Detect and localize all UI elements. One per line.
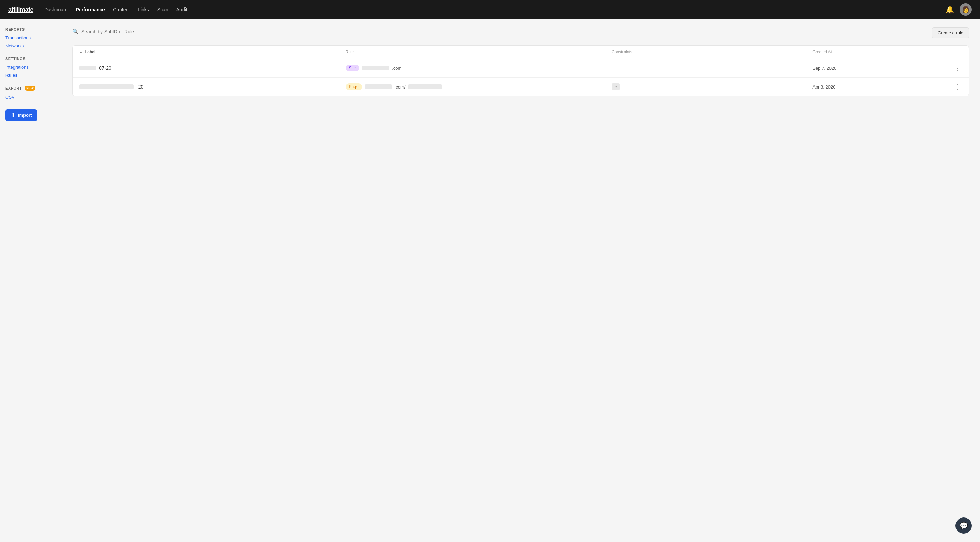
rule-cell-1: Site .com (345, 65, 606, 72)
label-skeleton-2 (80, 84, 134, 89)
sidebar-item-networks[interactable]: Networks (5, 42, 56, 50)
table-row: -20 Page .com/ a Apr 3, 2020 ⋮ (73, 78, 969, 96)
date-cell-1: Sep 7, 2020 (813, 66, 943, 71)
rule-type-badge-1: Site (345, 65, 360, 72)
notifications-icon[interactable]: 🔔 (946, 5, 954, 14)
toolbar: 🔍 Create a rule (72, 27, 969, 38)
nav-performance[interactable]: Performance (76, 7, 105, 12)
new-badge: NEW (24, 86, 35, 91)
table-row: 07-20 Site .com Sep 7, 2020 ⋮ (73, 59, 969, 78)
label-text-2: -20 (137, 84, 143, 89)
col-header-rule: Rule (345, 50, 606, 54)
nav-links: Dashboard Performance Content Links Scan… (44, 7, 935, 12)
label-cell-1: 07-20 (80, 65, 340, 71)
rule-type-badge-2: Page (345, 83, 362, 90)
upload-icon: ⬆ (11, 112, 15, 118)
rule-skeleton-1 (362, 66, 389, 70)
sidebar: REPORTS Transactions Networks SETTINGS I… (0, 19, 61, 542)
label-skeleton-1 (80, 66, 96, 70)
export-label: EXPORT (5, 86, 22, 90)
date-cell-2: Apr 3, 2020 (813, 84, 943, 89)
user-avatar[interactable]: 👩 (959, 3, 972, 16)
nav-audit[interactable]: Audit (177, 7, 187, 12)
sidebar-item-integrations[interactable]: Integrations (5, 63, 56, 71)
nav-content[interactable]: Content (113, 7, 130, 12)
sidebar-item-rules[interactable]: Rules (5, 71, 56, 79)
nav-right: 🔔 👩 (946, 3, 972, 16)
sidebar-section-reports: REPORTS (5, 27, 56, 31)
rule-text-1: .com (392, 66, 401, 71)
sidebar-section-export: EXPORT NEW (5, 86, 56, 91)
sidebar-item-transactions[interactable]: Transactions (5, 34, 56, 42)
create-rule-button[interactable]: Create a rule (932, 27, 969, 38)
label-cell-2: -20 (80, 84, 340, 89)
col-label-text: Label (85, 50, 95, 54)
sidebar-section-settings: SETTINGS (5, 57, 56, 60)
constraint-icon-2: a (612, 83, 620, 90)
search-input[interactable] (81, 29, 188, 34)
rule-text-2: .com/ (395, 84, 406, 89)
sidebar-item-csv[interactable]: CSV (5, 93, 56, 101)
rule-cell-2: Page .com/ (345, 83, 606, 90)
col-header-created-at: Created At (813, 50, 943, 54)
action-cell-2: ⋮ (948, 83, 962, 91)
more-menu-button-2[interactable]: ⋮ (953, 83, 962, 91)
brand-logo[interactable]: affilimate (8, 6, 33, 13)
sort-icon: ▲ (80, 50, 83, 54)
search-icon: 🔍 (72, 29, 79, 35)
search-wrapper: 🔍 (72, 29, 188, 37)
chat-widget[interactable]: 💬 (956, 518, 972, 534)
nav-scan[interactable]: Scan (158, 7, 168, 12)
more-menu-button-1[interactable]: ⋮ (953, 64, 962, 73)
import-button-label: Import (18, 113, 32, 118)
main-content: 🔍 Create a rule ▲ Label Rule Constraints… (61, 19, 980, 542)
nav-links[interactable]: Links (138, 7, 149, 12)
col-header-actions (948, 50, 962, 54)
chat-icon: 💬 (959, 521, 968, 530)
rule-skeleton-2b (408, 84, 442, 89)
col-header-constraints: Constraints (612, 50, 807, 54)
top-navigation: affilimate Dashboard Performance Content… (0, 0, 980, 19)
constraint-cell-2: a (612, 83, 807, 90)
col-header-label: ▲ Label (80, 50, 340, 54)
import-button[interactable]: ⬆ Import (5, 109, 37, 121)
rule-skeleton-2 (365, 84, 392, 89)
nav-dashboard[interactable]: Dashboard (44, 7, 68, 12)
rules-table: ▲ Label Rule Constraints Created At 07-2… (72, 45, 969, 96)
label-text-1: 07-20 (99, 65, 111, 71)
action-cell-1: ⋮ (948, 64, 962, 73)
table-header: ▲ Label Rule Constraints Created At (73, 46, 969, 59)
